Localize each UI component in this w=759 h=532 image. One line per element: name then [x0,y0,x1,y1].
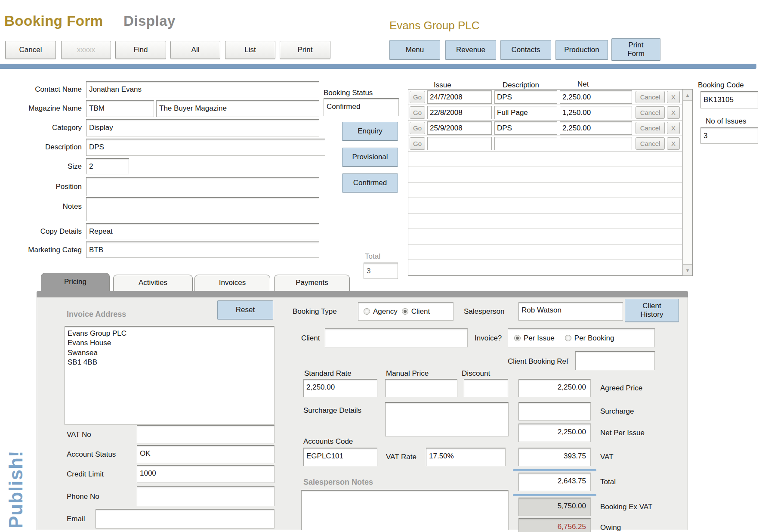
no-of-issues-field[interactable]: 3 [700,127,758,144]
booking-type-radio-group: Agency Client [358,302,454,321]
marketing-categ-field[interactable]: BTB [86,241,319,258]
issue-net-field[interactable]: 2,250.00 [560,90,632,104]
credit-limit-field[interactable]: 1000 [137,465,275,483]
radio-per-issue[interactable]: Per Issue [514,334,555,343]
vat-label: VAT [600,453,614,461]
all-button[interactable]: All [170,41,220,59]
radio-agency[interactable]: Agency [364,307,398,316]
vat-no-field[interactable] [137,425,275,443]
magazine-code-field[interactable]: TBM [86,100,154,117]
issue-description-field[interactable]: DPS [494,90,557,104]
row-delete-button[interactable]: X [667,137,680,150]
contact-name-field[interactable]: Jonathan Evans [86,81,319,98]
row-delete-button[interactable]: X [667,91,680,103]
issue-date-field[interactable]: 25/9/2008 [427,121,492,135]
contacts-button[interactable]: Contacts [500,40,551,60]
email-field[interactable] [96,509,275,529]
booking-code-field[interactable]: BK13105 [700,91,758,108]
owing-label: Owing [600,523,621,532]
invoice-address-field[interactable]: Evans Group PLC Evans House Swansea SB1 … [65,326,275,425]
issue-description-field[interactable]: DPS [494,121,557,135]
tab-invoices[interactable]: Invoices [194,275,270,292]
row-delete-button[interactable]: X [667,106,680,119]
enquiry-button[interactable]: Enquiry [342,122,398,141]
issue-description-field[interactable]: Full Page [494,106,557,119]
list-button[interactable]: List [225,41,275,59]
print-button[interactable]: Print [280,41,330,59]
find-button[interactable]: Find [115,41,166,59]
total-field[interactable]: 2,643.75 [518,473,591,491]
magazine-name-field[interactable]: The Buyer Magazine [156,100,319,117]
go-button[interactable]: Go [410,106,425,119]
issue-net-field[interactable]: 1,250.00 [560,106,632,119]
radio-client[interactable]: Client [402,307,430,316]
vat-rate-field[interactable]: 17.50% [426,448,506,466]
account-status-field[interactable]: OK [137,445,275,463]
reset-button[interactable]: Reset [217,300,273,319]
issue-net-field[interactable] [560,137,632,150]
surcharge-details-field[interactable] [385,402,509,436]
booking-status-field[interactable]: Confirmed [324,98,399,116]
accounts-code-field[interactable]: EGPLC101 [303,448,377,466]
net-per-issue-field[interactable]: 2,250.00 [518,424,591,442]
cancel-button[interactable]: Cancel [5,41,56,59]
row-cancel-button[interactable]: Cancel [636,106,665,119]
production-button[interactable]: Production [555,40,608,60]
print-form-button[interactable]: Print Form [611,38,660,61]
issue-date-field[interactable]: 24/7/2008 [427,90,492,104]
agreed-price-field[interactable]: 2,250.00 [518,379,591,397]
client-field[interactable] [325,328,468,347]
empty-issue-row [408,182,682,198]
row-cancel-button[interactable]: Cancel [636,122,665,134]
vat-rate-label: VAT Rate [386,453,417,461]
copy-details-field[interactable]: Repeat [86,223,319,239]
issue-net-field[interactable]: 2,250.00 [560,121,632,135]
issue-description-field[interactable] [494,137,557,150]
notes-field[interactable] [86,197,319,221]
row-cancel-button[interactable]: Cancel [636,137,665,150]
issue-row: Go 24/7/2008 DPS 2,250.00 Cancel X [408,90,682,105]
no-of-issues-label: No of Issues [706,117,747,126]
issue-date-field[interactable]: 22/8/2008 [427,106,492,119]
tab-payments[interactable]: Payments [274,275,350,292]
radio-per-booking-icon[interactable] [565,335,571,341]
confirmed-button[interactable]: Confirmed [342,173,398,192]
vat-field[interactable]: 393.75 [518,448,591,466]
page-title: Booking Form [4,13,103,29]
revenue-button[interactable]: Revenue [445,40,496,60]
tab-activities[interactable]: Activities [113,275,193,292]
total-owing-divider [513,494,596,496]
category-field[interactable]: Display [86,119,319,136]
radio-per-issue-icon[interactable] [514,335,521,341]
go-button[interactable]: Go [410,91,425,103]
size-field[interactable]: 2 [86,158,129,174]
client-booking-ref-field[interactable] [575,351,655,370]
scroll-down-icon[interactable]: ▼ [683,264,692,275]
radio-per-booking[interactable]: Per Booking [565,334,614,343]
go-button[interactable]: Go [410,137,425,150]
issue-date-field[interactable] [427,137,492,150]
issues-scrollbar[interactable]: ▲ ▼ [682,90,692,275]
discount-field[interactable] [464,379,508,397]
manual-price-field[interactable] [385,379,457,397]
agreed-price-label: Agreed Price [600,384,642,393]
description-field[interactable]: DPS [86,139,325,156]
standard-rate-field[interactable]: 2,250.00 [303,379,377,397]
menu-button[interactable]: Menu [389,40,440,60]
phone-no-label: Phone No [67,492,99,501]
phone-no-field[interactable] [137,486,275,506]
position-field[interactable] [86,177,319,196]
row-cancel-button[interactable]: Cancel [636,91,665,103]
position-label: Position [0,182,82,191]
salesperson-notes-field[interactable] [301,490,509,530]
radio-client-icon[interactable] [402,308,408,315]
client-history-button[interactable]: Client History [625,299,679,322]
radio-agency-icon[interactable] [364,308,370,315]
scroll-up-icon[interactable]: ▲ [683,90,692,101]
row-delete-button[interactable]: X [667,122,680,134]
salesperson-field[interactable]: Rob Watson [518,302,623,321]
surcharge-field[interactable] [518,402,591,421]
provisional-button[interactable]: Provisional [342,148,398,167]
go-button[interactable]: Go [410,122,425,134]
tab-pricing[interactable]: Pricing [41,273,110,292]
